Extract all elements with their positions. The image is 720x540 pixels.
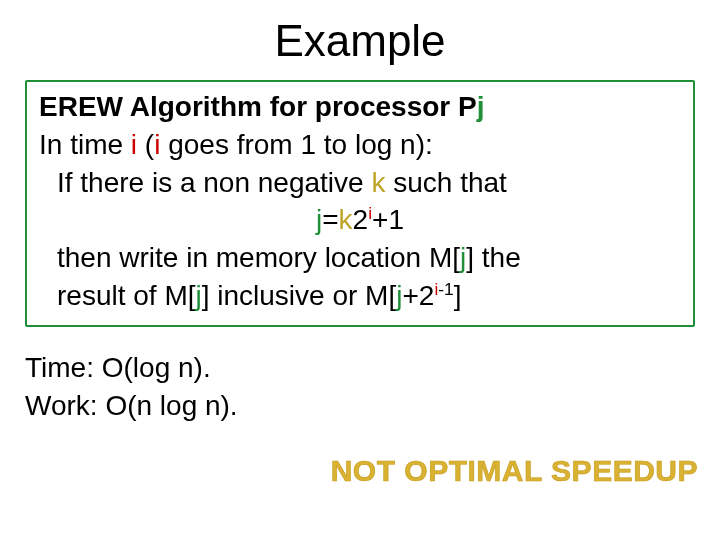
algo-line-3-b: such that (385, 167, 506, 198)
time-complexity: Time: O(log n). (25, 349, 695, 387)
algo-line-2-a: In time (39, 129, 131, 160)
algo-line-5-a: then write in memory location M[ (57, 242, 460, 273)
algo-line-4: j=k2i+1 (39, 201, 681, 239)
sup-minus-one: -1 (438, 279, 453, 299)
algo-line-1-text: EREW Algorithm for processor P (39, 91, 477, 122)
algo-line-6-c: +2 (402, 280, 434, 311)
algo-line-6-a: result of M[ (57, 280, 195, 311)
algo-line-2: In time i (i goes from 1 to log n): (39, 126, 681, 164)
var-j: j (477, 91, 485, 122)
algo-line-3: If there is a non negative k such that (39, 164, 681, 202)
slide: Example EREW Algorithm for processor Pj … (0, 0, 720, 540)
var-k: k (371, 167, 385, 198)
not-optimal-label: NOT OPTIMAL SPEEDUP (331, 454, 698, 488)
algo-line-1: EREW Algorithm for processor Pj (39, 88, 681, 126)
algo-line-2-c: goes from 1 to log n): (160, 129, 432, 160)
algo-line-6-b: ] inclusive or M[ (202, 280, 397, 311)
sup-exp: i-1 (434, 279, 453, 299)
algo-line-6: result of M[j] inclusive or M[j+2i-1] (39, 277, 681, 315)
var-k: k (339, 204, 353, 235)
complexity-block: Time: O(log n). Work: O(n log n). (25, 349, 695, 425)
two: 2 (353, 204, 369, 235)
algo-line-2-b: ( (137, 129, 154, 160)
algo-line-5-b: ] the (466, 242, 520, 273)
algo-line-6-d: ] (454, 280, 462, 311)
eq-sign: = (322, 204, 338, 235)
algo-line-5: then write in memory location M[j] the (39, 239, 681, 277)
work-complexity: Work: O(n log n). (25, 387, 695, 425)
algo-line-3-a: If there is a non negative (57, 167, 371, 198)
algorithm-box: EREW Algorithm for processor Pj In time … (25, 80, 695, 327)
plus-one: +1 (372, 204, 404, 235)
slide-title: Example (25, 16, 695, 66)
